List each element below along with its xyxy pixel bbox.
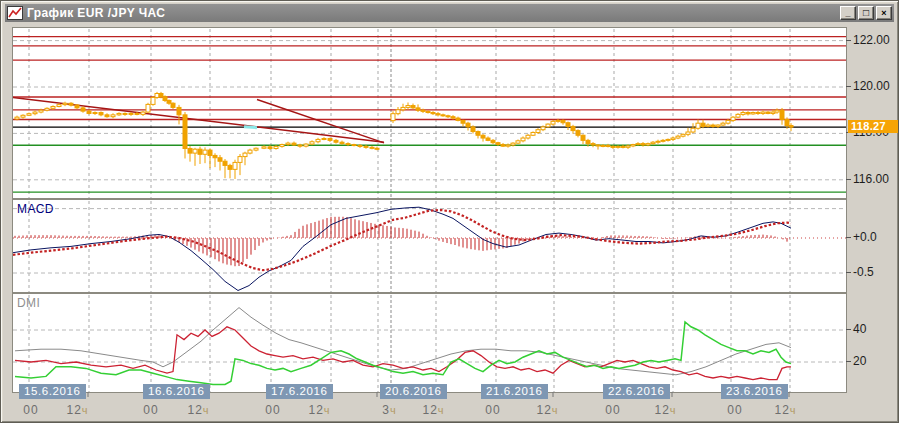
time-label: 12ч	[774, 403, 795, 417]
price-axis-label: 120.00	[853, 79, 890, 93]
time-label: 00	[485, 403, 500, 417]
macd-chart[interactable]	[12, 199, 847, 293]
time-label: 00	[23, 403, 38, 417]
time-label: 12ч	[66, 403, 87, 417]
maximize-button[interactable]: □	[858, 6, 874, 20]
macd-axis-label: +0.0	[853, 230, 877, 244]
time-label: 00	[605, 403, 620, 417]
price-axis-label: 116.00	[853, 172, 889, 186]
date-badge: 15.6.2016	[19, 384, 86, 399]
time-label: 12ч	[536, 403, 557, 417]
date-badge: 16.6.2016	[143, 384, 210, 399]
app-window: График EUR /JPY ЧАС _ □ × MACD DMI 118.2…	[0, 0, 899, 423]
dmi-axis-label: 20	[853, 354, 866, 368]
time-label: 12ч	[654, 403, 675, 417]
dmi-panel-label: DMI	[17, 296, 40, 310]
time-label: 12ч	[308, 403, 329, 417]
date-badge: 22.6.2016	[603, 384, 670, 399]
price-chart[interactable]	[12, 27, 847, 199]
date-badge: 21.6.2016	[481, 384, 548, 399]
close-button[interactable]: ×	[876, 6, 892, 20]
time-label: 00	[143, 403, 158, 417]
minimize-button[interactable]: _	[840, 6, 856, 20]
date-badge: 20.6.2016	[380, 384, 447, 399]
current-price-badge: 118.27	[848, 120, 898, 133]
time-label: 12ч	[187, 403, 208, 417]
price-axis-label: 122.00	[853, 33, 890, 47]
time-label: 3ч	[382, 403, 395, 417]
macd-panel-label: MACD	[17, 202, 54, 216]
date-badge: 17.6.2016	[266, 384, 333, 399]
time-label: 00	[265, 403, 280, 417]
titlebar[interactable]: График EUR /JPY ЧАС _ □ ×	[5, 4, 894, 22]
time-label: 00	[727, 403, 742, 417]
date-badge: 23.6.2016	[721, 384, 788, 399]
window-title: График EUR /JPY ЧАС	[27, 6, 838, 20]
macd-axis-label: -0.5	[853, 265, 874, 279]
chart-icon[interactable]	[7, 6, 23, 20]
time-label: 12ч	[422, 403, 443, 417]
dmi-chart[interactable]	[12, 293, 847, 393]
dmi-axis-label: 40	[853, 322, 866, 336]
window-controls: _ □ ×	[838, 6, 892, 20]
